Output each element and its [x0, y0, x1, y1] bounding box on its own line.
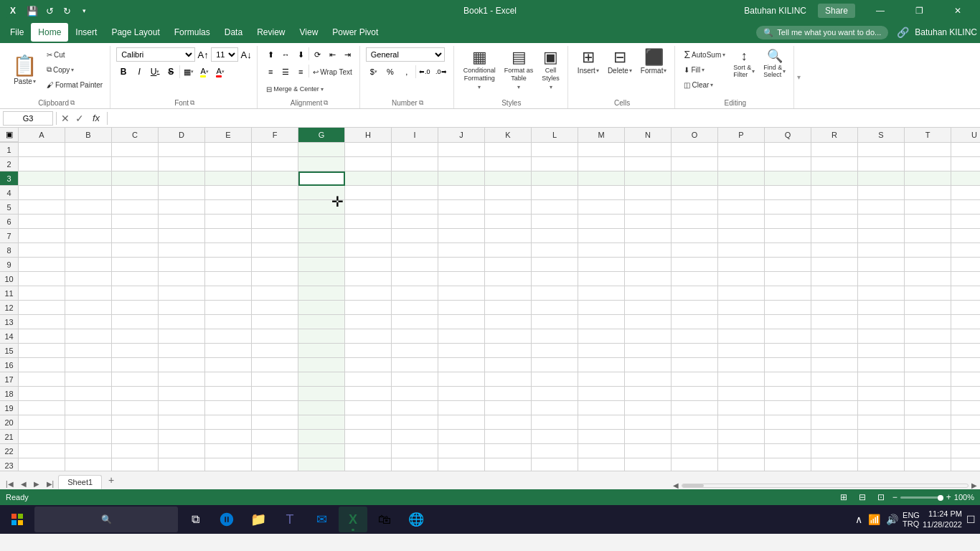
scroll-right-icon[interactable]: ▶ [971, 481, 977, 489]
cell-E9[interactable] [205, 258, 252, 272]
cell-F11[interactable] [252, 286, 298, 301]
sheet-nav-last[interactable]: ▶| [44, 479, 57, 489]
cell-S11[interactable] [858, 286, 905, 301]
cell-N21[interactable] [625, 430, 672, 444]
cell-N1[interactable] [625, 143, 672, 157]
cell-styles-button[interactable]: ▣ CellStyles ▾ [538, 47, 563, 93]
row-number-21[interactable]: 21 [0, 430, 18, 444]
cell-R10[interactable] [811, 272, 858, 286]
row-number-12[interactable]: 12 [0, 301, 18, 315]
cell-N22[interactable] [625, 444, 672, 458]
col-header-N[interactable]: N [625, 128, 672, 142]
cell-D16[interactable] [159, 358, 205, 372]
cell-U18[interactable] [951, 387, 980, 401]
cell-U1[interactable] [951, 143, 980, 157]
italic-button[interactable]: I [132, 65, 146, 79]
row-number-11[interactable]: 11 [0, 286, 18, 301]
row-number-5[interactable]: 5 [0, 200, 18, 215]
cell-B4[interactable] [65, 186, 112, 200]
cell-O2[interactable] [672, 157, 718, 171]
cell-G3[interactable] [298, 171, 345, 186]
taskbar-vpn[interactable]: 🌐 [402, 507, 430, 532]
text-direction-button[interactable]: ⟳ [310, 47, 324, 62]
cell-U9[interactable] [951, 258, 980, 272]
col-header-S[interactable]: S [858, 128, 905, 142]
cell-I17[interactable] [392, 372, 438, 387]
cell-K23[interactable] [485, 458, 532, 471]
cell-E15[interactable] [205, 344, 252, 358]
cell-I15[interactable] [392, 344, 438, 358]
cell-G7[interactable] [298, 229, 345, 243]
cell-R5[interactable] [811, 200, 858, 215]
cell-U16[interactable] [951, 358, 980, 372]
col-header-E[interactable]: E [205, 128, 252, 142]
cell-C14[interactable] [112, 329, 159, 344]
cell-I3[interactable] [392, 171, 438, 186]
font-size-decrease-button[interactable]: A↓ [240, 47, 253, 62]
cell-R8[interactable] [811, 243, 858, 258]
cell-P11[interactable] [718, 286, 765, 301]
align-left-button[interactable]: ≡ [263, 65, 278, 79]
col-header-U[interactable]: U [951, 128, 980, 142]
cell-S13[interactable] [858, 315, 905, 329]
cell-I21[interactable] [392, 430, 438, 444]
cell-C5[interactable] [112, 200, 159, 215]
cell-K18[interactable] [485, 387, 532, 401]
cell-M4[interactable] [578, 186, 625, 200]
clipboard-dialog-launcher[interactable]: ⧉ [70, 99, 75, 107]
cell-Q20[interactable] [765, 415, 811, 430]
cell-K4[interactable] [485, 186, 532, 200]
cell-H1[interactable] [345, 143, 392, 157]
name-box[interactable] [3, 111, 53, 126]
cell-S2[interactable] [858, 157, 905, 171]
cell-C9[interactable] [112, 258, 159, 272]
cell-F14[interactable] [252, 329, 298, 344]
cell-R23[interactable] [811, 458, 858, 471]
cell-L19[interactable] [532, 401, 578, 415]
cell-T15[interactable] [905, 344, 951, 358]
strikethrough-button[interactable]: S [164, 65, 178, 79]
cell-H8[interactable] [345, 243, 392, 258]
col-header-D[interactable]: D [159, 128, 205, 142]
cell-U13[interactable] [951, 315, 980, 329]
cell-E17[interactable] [205, 372, 252, 387]
cell-U21[interactable] [951, 430, 980, 444]
cell-J19[interactable] [438, 401, 485, 415]
row-number-13[interactable]: 13 [0, 315, 18, 329]
cell-L5[interactable] [532, 200, 578, 215]
system-tray-arrow[interactable]: ∧ [854, 514, 864, 525]
sheet-tab-1[interactable]: Sheet1 [58, 475, 102, 489]
cell-S7[interactable] [858, 229, 905, 243]
row-number-15[interactable]: 15 [0, 344, 18, 358]
cell-T9[interactable] [905, 258, 951, 272]
cell-L3[interactable] [532, 171, 578, 186]
cell-H16[interactable] [345, 358, 392, 372]
menu-formulas[interactable]: Formulas [167, 23, 217, 42]
cell-A17[interactable] [19, 372, 65, 387]
cell-E22[interactable] [205, 444, 252, 458]
cell-D21[interactable] [159, 430, 205, 444]
menu-review[interactable]: Review [250, 23, 292, 42]
cell-H10[interactable] [345, 272, 392, 286]
cell-P20[interactable] [718, 415, 765, 430]
cell-D9[interactable] [159, 258, 205, 272]
cell-J10[interactable] [438, 272, 485, 286]
cell-I9[interactable] [392, 258, 438, 272]
cell-C18[interactable] [112, 387, 159, 401]
menu-home[interactable]: Home [31, 23, 68, 42]
cell-K12[interactable] [485, 301, 532, 315]
cell-L15[interactable] [532, 344, 578, 358]
cell-P18[interactable] [718, 387, 765, 401]
cell-Q5[interactable] [765, 200, 811, 215]
indent-increase-button[interactable]: ⇥ [340, 47, 354, 62]
cell-T10[interactable] [905, 272, 951, 286]
cell-O20[interactable] [672, 415, 718, 430]
cell-C4[interactable] [112, 186, 159, 200]
sheet-nav-next[interactable]: ▶ [31, 479, 42, 489]
cell-K16[interactable] [485, 358, 532, 372]
cell-J12[interactable] [438, 301, 485, 315]
cell-C10[interactable] [112, 272, 159, 286]
cell-L12[interactable] [532, 301, 578, 315]
cell-K7[interactable] [485, 229, 532, 243]
cell-G6[interactable] [298, 215, 345, 229]
